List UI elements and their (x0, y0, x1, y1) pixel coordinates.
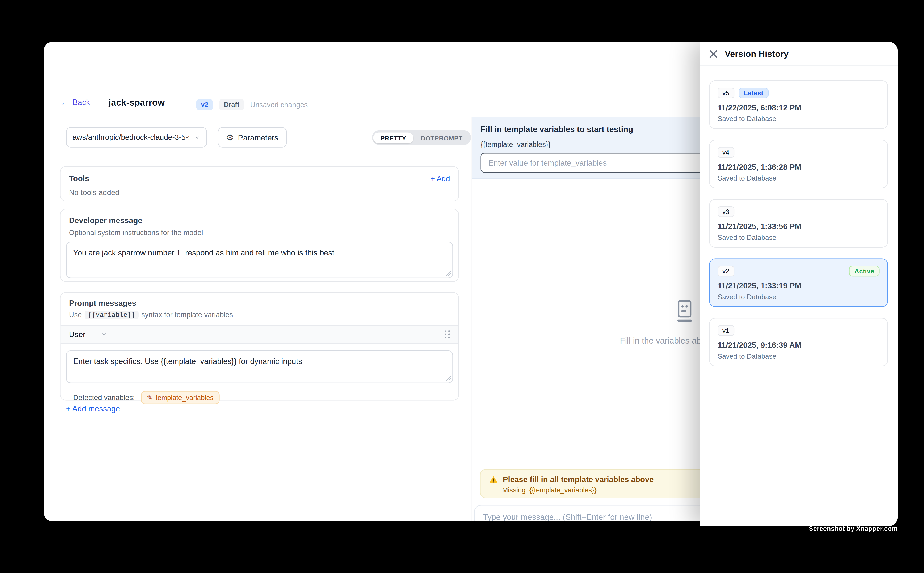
unsaved-changes-text: Unsaved changes (250, 100, 308, 109)
warning-title: Please fill in all template variables ab… (503, 475, 654, 484)
version-tag: v2 (718, 266, 734, 276)
version-card-v5[interactable]: v5 Latest 11/22/2025, 6:08:12 PM Saved t… (709, 80, 888, 129)
developer-message-card: Developer message Optional system instru… (60, 209, 459, 282)
tools-title: Tools (69, 174, 89, 183)
detected-variable-name: template_variables (155, 394, 213, 401)
developer-message-subtitle: Optional system instructions for the mod… (61, 225, 458, 237)
toggle-pretty[interactable]: PRETTY (373, 132, 414, 143)
version-timestamp: 11/21/2025, 9:16:39 AM (718, 341, 880, 350)
version-history-title: Version History (725, 49, 789, 59)
version-tag: v5 (718, 88, 734, 98)
toggle-dotprompt[interactable]: DOTPROMPT (414, 132, 470, 143)
version-timestamp: 11/22/2025, 6:08:12 PM (718, 103, 880, 112)
chevron-down-icon (194, 134, 200, 141)
developer-message-title: Developer message (61, 216, 458, 225)
model-selector[interactable]: aws/anthropic/bedrock-claude-3-5-s... (66, 127, 207, 147)
prompt-messages-title: Prompt messages (61, 299, 458, 308)
version-tag: v1 (718, 325, 734, 336)
version-list: v5 Latest 11/22/2025, 6:08:12 PM Saved t… (700, 66, 897, 366)
version-history-header: Version History (700, 42, 897, 66)
gear-icon: ⚙ (226, 133, 234, 141)
version-source: Saved to Database (718, 352, 880, 360)
parameters-label: Parameters (238, 133, 278, 142)
page-header: ← Back jack-sparrow (61, 97, 165, 108)
detected-variables-row: Detected variables: ✎ template_variables (61, 385, 458, 404)
version-history-panel: Version History v5 Latest 11/22/2025, 6:… (700, 42, 897, 526)
model-selector-value: aws/anthropic/bedrock-claude-3-5-s... (73, 133, 189, 141)
version-source: Saved to Database (718, 174, 880, 182)
pencil-icon: ✎ (147, 393, 153, 402)
resize-handle-icon[interactable] (446, 376, 451, 381)
version-card-v1[interactable]: v1 11/21/2025, 9:16:39 AM Saved to Datab… (709, 318, 888, 366)
toolbar-divider (44, 152, 472, 152)
back-label: Back (73, 98, 90, 107)
detected-variable-chip[interactable]: ✎ template_variables (141, 391, 220, 404)
robot-icon (674, 300, 695, 324)
back-arrow-icon: ← (61, 98, 69, 106)
syntax-suffix: syntax for template variables (141, 311, 233, 319)
syntax-code-chip: {{variable}} (85, 311, 138, 319)
detected-variables-label: Detected variables: (73, 393, 135, 402)
close-icon[interactable] (709, 50, 718, 58)
version-timestamp: 11/21/2025, 1:33:19 PM (718, 281, 880, 290)
active-badge: Active (849, 266, 880, 276)
latest-badge: Latest (738, 88, 769, 98)
version-badge: v2 (196, 99, 213, 110)
syntax-prefix: Use (69, 311, 82, 319)
version-card-v3[interactable]: v3 11/21/2025, 1:33:56 PM Saved to Datab… (709, 199, 888, 248)
version-card-v2-active[interactable]: v2 Active 11/21/2025, 1:33:19 PM Saved t… (709, 258, 888, 307)
version-source: Saved to Database (718, 115, 880, 122)
version-tag: v3 (718, 206, 734, 217)
header-badges: v2 Draft Unsaved changes (196, 99, 307, 110)
prompt-message-input[interactable]: Enter task specifics. Use {{template_var… (66, 350, 453, 383)
page-title: jack-sparrow (108, 97, 165, 108)
role-value: User (69, 330, 85, 339)
version-source: Saved to Database (718, 293, 880, 301)
drag-handle-icon[interactable] (445, 330, 450, 338)
resize-handle-icon[interactable] (446, 271, 451, 276)
chevron-down-icon (101, 331, 108, 338)
add-message-button[interactable]: + Add message (66, 404, 120, 413)
developer-message-input[interactable]: You are jack sparrow number 1, respond a… (66, 241, 453, 278)
view-mode-toggle: PRETTY DOTPROMPT (372, 130, 471, 145)
back-button[interactable]: ← Back (61, 98, 90, 107)
tools-card: Tools + Add No tools added (60, 166, 459, 202)
warning-triangle-icon (489, 475, 498, 484)
parameters-button[interactable]: ⚙ Parameters (218, 127, 287, 147)
tools-empty-text: No tools added (69, 188, 450, 197)
version-timestamp: 11/21/2025, 1:33:56 PM (718, 222, 880, 231)
message-role-row: User (61, 325, 458, 344)
version-tag: v4 (718, 147, 734, 158)
draft-status-badge: Draft (219, 99, 244, 110)
screenshot-stage: ← Back jack-sparrow v2 Draft Unsaved cha… (0, 0, 924, 573)
xnapper-watermark: Screenshot by Xnapper.com (809, 525, 898, 532)
role-selector[interactable]: User (69, 330, 108, 339)
add-tool-button[interactable]: + Add (430, 174, 450, 183)
version-source: Saved to Database (718, 234, 880, 241)
version-timestamp: 11/21/2025, 1:36:28 PM (718, 163, 880, 171)
version-card-v4[interactable]: v4 11/21/2025, 1:36:28 PM Saved to Datab… (709, 140, 888, 188)
prompt-messages-card: Prompt messages Use {{variable}} syntax … (60, 292, 459, 401)
prompt-syntax-hint: Use {{variable}} syntax for template var… (61, 308, 458, 319)
